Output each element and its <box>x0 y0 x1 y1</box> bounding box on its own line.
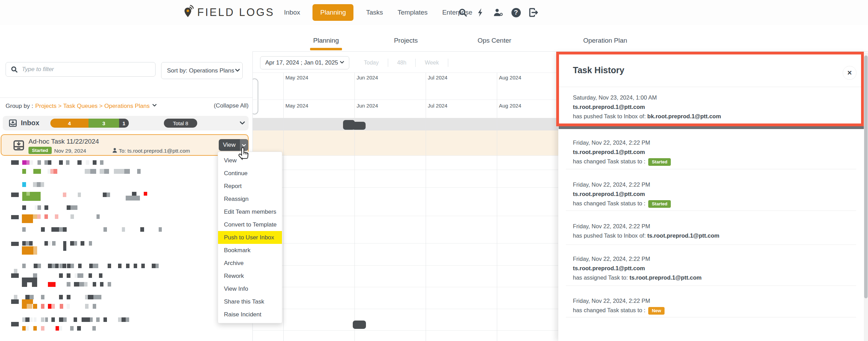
menu-item-view-info[interactable]: View Info <box>218 282 282 295</box>
task-card[interactable]: Ad-hoc Task 11/22/2024 Started Nov 29, 2… <box>1 134 249 156</box>
minimap-block <box>108 282 111 287</box>
breadcrumb-separator: > <box>57 103 63 109</box>
collapse-all-link[interactable]: (Collapse All) <box>179 102 249 109</box>
minimap-block <box>34 317 36 322</box>
minimap-block <box>119 169 124 174</box>
chevron-down-icon[interactable] <box>239 119 246 128</box>
minimap-block <box>63 227 67 232</box>
minimap-block <box>63 241 66 251</box>
history-action: has changed Task status to : Started <box>573 199 844 208</box>
minimap-block <box>96 317 100 322</box>
minimap-block <box>25 295 30 299</box>
grid-hline <box>253 265 558 266</box>
timeline-zoom-today[interactable]: Today <box>355 60 388 66</box>
menu-item-rework[interactable]: Rework <box>218 270 282 282</box>
chevron-down-icon <box>234 67 241 75</box>
chevron-down-icon[interactable] <box>152 102 157 110</box>
date-range-picker[interactable]: Apr 17, 2024 ; Jan 01, 2025 <box>260 56 349 69</box>
search-icon[interactable] <box>458 7 468 18</box>
history-action: has changed Task status to : New <box>573 306 844 315</box>
minimap-block <box>30 295 34 299</box>
sort-dropdown[interactable]: Sort by: Operations Plans <box>161 62 243 79</box>
tab-ops-center[interactable]: Ops Center <box>477 37 511 44</box>
minimap-block <box>156 264 159 268</box>
logout-icon[interactable] <box>528 7 539 18</box>
grid-hline <box>253 170 558 170</box>
minimap-block <box>93 282 96 287</box>
minimap-block <box>22 169 26 174</box>
minimap-block <box>152 264 156 268</box>
minimap-block <box>93 295 98 299</box>
minimap-block <box>67 295 70 299</box>
minimap-block <box>55 214 58 219</box>
minimap-block <box>55 264 59 268</box>
help-icon[interactable]: ? <box>511 7 521 18</box>
minimap-block <box>122 227 125 232</box>
minimap-block <box>90 169 96 174</box>
filter-input[interactable] <box>21 63 153 76</box>
menu-item-continue[interactable]: Continue <box>218 167 282 180</box>
month-label: Jun 2024 <box>357 75 378 80</box>
lightning-icon[interactable] <box>475 7 486 18</box>
minimap-block <box>100 282 103 287</box>
minimap-block <box>50 169 53 174</box>
menu-item-convert-to-template[interactable]: Convert to Template <box>218 218 282 231</box>
status-badge: Started <box>648 158 671 166</box>
filter-field[interactable] <box>6 62 156 77</box>
tab-operation-plan[interactable]: Operation Plan <box>583 37 627 44</box>
group-by-link[interactable]: Operations Plans <box>104 103 149 109</box>
menu-item-archive[interactable]: Archive <box>218 257 282 270</box>
app-logo[interactable]: FIELD LOGS <box>183 5 275 20</box>
tab-planning[interactable]: Planning <box>313 37 339 44</box>
minimap-block <box>122 317 126 322</box>
minimap-block <box>33 169 41 174</box>
minimap-block <box>11 242 19 246</box>
nav-item-inbox[interactable]: Inbox <box>282 5 302 20</box>
menu-item-share-this-task[interactable]: Share this Task <box>218 295 282 308</box>
status-badge: Started <box>648 200 671 208</box>
nav-item-planning[interactable]: Planning <box>312 4 353 21</box>
minimap-block <box>126 196 140 201</box>
close-icon[interactable]: × <box>843 66 857 80</box>
timeline-zoom-48h[interactable]: 48h <box>388 60 416 66</box>
minimap-block <box>22 317 25 322</box>
menu-item-report[interactable]: Report <box>218 180 282 193</box>
history-timestamp: Saturday, Nov 23, 2024, 1:00 AM <box>573 93 844 102</box>
menu-item-reassign[interactable]: Reassign <box>218 193 282 205</box>
scrollbar-thumb[interactable] <box>864 56 868 298</box>
group-by-link[interactable]: Task Queues <box>63 103 98 109</box>
minimap-block <box>78 193 81 197</box>
minimap-block <box>118 317 122 322</box>
menu-item-raise-incident[interactable]: Raise Incident <box>218 308 282 321</box>
gantt-task-bar[interactable] <box>353 321 366 329</box>
user-admin-icon[interactable] <box>493 7 503 18</box>
minimap-block <box>22 264 26 268</box>
menu-item-push-to-user-inbox[interactable]: Push to User Inbox <box>218 231 282 244</box>
minimap-block <box>22 182 26 187</box>
timeline-zoom-week[interactable]: Week <box>416 60 448 66</box>
menu-item-bookmark[interactable]: Bookmark <box>218 244 282 257</box>
minimap-block <box>33 304 37 309</box>
minimap-block <box>141 264 145 268</box>
gantt-task-bar[interactable] <box>352 122 366 130</box>
grid-hline <box>253 330 558 331</box>
inbox-group-row[interactable]: Inbox 431 Total 8 <box>3 116 249 130</box>
minimap-block <box>48 282 56 287</box>
minimap-block <box>30 317 33 322</box>
nav-item-tasks[interactable]: Tasks <box>364 5 385 20</box>
divider <box>566 211 856 211</box>
divider <box>566 169 856 169</box>
group-by-prefix: Group by : <box>6 103 33 110</box>
tab-projects[interactable]: Projects <box>394 37 418 44</box>
inbox-count-pill: 431 <box>50 119 129 128</box>
minimap-block <box>48 304 51 309</box>
minimap-block <box>52 264 55 268</box>
minimap-block <box>98 295 101 299</box>
group-by-link[interactable]: Projects <box>35 103 56 109</box>
minimap-block <box>26 192 30 196</box>
minimap-block <box>93 160 97 165</box>
menu-item-edit-team-members[interactable]: Edit Team members <box>218 205 282 218</box>
minimap-block <box>99 273 102 278</box>
minimap-block <box>35 205 37 210</box>
nav-item-templates[interactable]: Templates <box>395 5 430 20</box>
